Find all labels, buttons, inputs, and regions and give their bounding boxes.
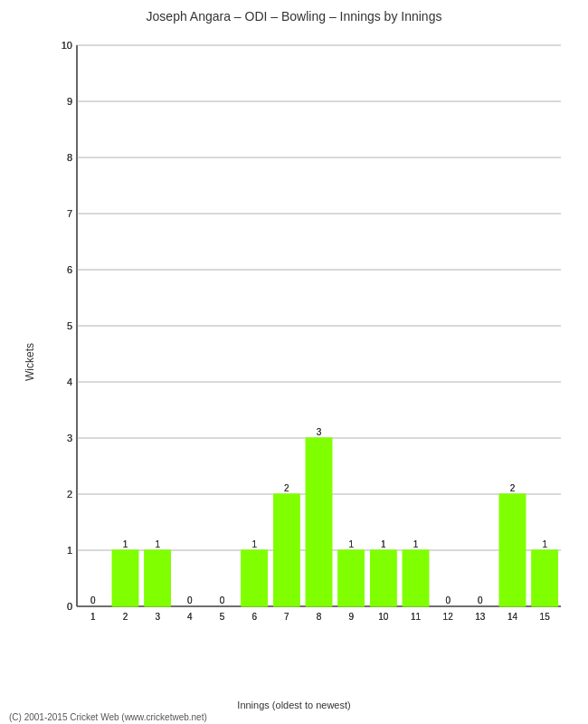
svg-text:9: 9 (67, 96, 72, 107)
svg-rect-93 (145, 550, 171, 606)
svg-text:12: 12 (443, 612, 454, 622)
svg-rect-100 (242, 550, 268, 606)
svg-text:8: 8 (67, 152, 72, 163)
svg-rect-122 (499, 494, 526, 606)
svg-text:2: 2 (123, 612, 128, 622)
svg-text:0: 0 (478, 595, 483, 605)
svg-rect-125 (532, 550, 558, 606)
svg-text:3: 3 (317, 427, 322, 437)
svg-rect-106 (306, 438, 332, 606)
svg-text:1: 1 (542, 539, 547, 549)
svg-text:1: 1 (348, 539, 354, 549)
svg-text:0: 0 (187, 595, 193, 605)
svg-text:1: 1 (155, 539, 160, 549)
svg-text:1: 1 (123, 539, 128, 549)
svg-text:13: 13 (475, 612, 486, 622)
x-axis-label: Innings (oldest to newest) (237, 700, 350, 710)
svg-text:1: 1 (90, 612, 96, 622)
svg-text:9: 9 (348, 612, 354, 622)
svg-text:6: 6 (251, 612, 257, 622)
chart-area: 0123456789100112130405162738191101110120… (50, 36, 570, 652)
svg-text:14: 14 (507, 612, 518, 622)
svg-text:10: 10 (378, 612, 389, 622)
chart-container: Joseph Angara – ODI – Bowling – Innings … (0, 0, 588, 724)
y-axis-label: Wickets (24, 343, 36, 381)
copyright-text: (C) 2001-2015 Cricket Web (www.cricketwe… (9, 712, 207, 722)
svg-text:0: 0 (67, 601, 72, 612)
svg-text:1: 1 (251, 539, 257, 549)
svg-text:3: 3 (155, 612, 160, 622)
svg-rect-109 (338, 550, 365, 606)
svg-text:0: 0 (90, 595, 96, 605)
svg-rect-115 (403, 550, 429, 606)
svg-text:7: 7 (67, 208, 72, 219)
svg-text:1: 1 (381, 539, 386, 549)
svg-rect-112 (371, 550, 397, 606)
svg-text:0: 0 (220, 595, 225, 605)
svg-text:4: 4 (67, 376, 72, 387)
svg-text:0: 0 (445, 595, 450, 605)
svg-text:6: 6 (67, 264, 72, 275)
svg-rect-103 (274, 494, 300, 606)
svg-text:2: 2 (510, 483, 516, 493)
svg-text:4: 4 (187, 612, 193, 622)
svg-text:1: 1 (67, 545, 72, 556)
svg-text:5: 5 (67, 320, 72, 331)
svg-text:7: 7 (284, 612, 289, 622)
svg-text:10: 10 (62, 40, 72, 51)
svg-text:5: 5 (220, 612, 225, 622)
svg-text:1: 1 (413, 539, 419, 549)
chart-svg: 0123456789100112130405162738191101110120… (50, 36, 570, 652)
svg-text:2: 2 (284, 483, 289, 493)
svg-text:8: 8 (317, 612, 322, 622)
chart-title: Joseph Angara – ODI – Bowling – Innings … (0, 0, 588, 28)
svg-text:11: 11 (411, 612, 422, 622)
svg-text:15: 15 (540, 612, 551, 622)
svg-rect-90 (112, 550, 138, 606)
svg-text:2: 2 (67, 489, 72, 500)
svg-text:3: 3 (67, 433, 72, 443)
